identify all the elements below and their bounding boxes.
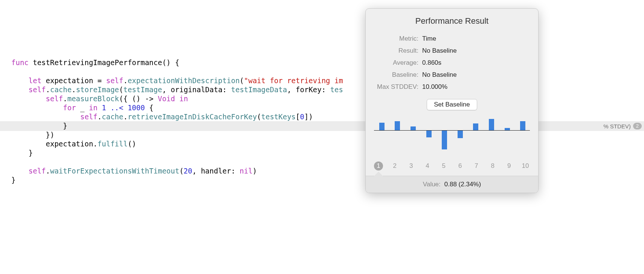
chart-bar [411, 126, 416, 130]
footer-value: 0.88 (2.34%) [444, 181, 481, 188]
metric-value: Time [422, 35, 538, 43]
chart-bar [489, 119, 494, 130]
popover-arrow [538, 123, 539, 132]
result-value: No Baseline [422, 47, 538, 55]
annotation-badge[interactable]: 2 [633, 123, 642, 129]
footer-label: Value: [423, 181, 441, 188]
sample-number[interactable]: 10 [521, 161, 530, 170]
result-label: Result: [366, 47, 422, 55]
sample-number[interactable]: 6 [456, 161, 465, 170]
selection-arrow-icon [374, 172, 383, 176]
chart-bar [395, 121, 400, 130]
code-block: func testRetrievingImagePerformance() { … [11, 58, 644, 184]
samples-row: 12345678910 [366, 158, 538, 176]
annotation-text: % STDEV) [603, 123, 631, 129]
chart-zone [366, 118, 538, 158]
chart-bar [442, 131, 447, 149]
sample-number[interactable]: 2 [390, 161, 399, 170]
sample-number[interactable]: 9 [505, 161, 514, 170]
source-editor[interactable]: func testRetrievingImagePerformance() { … [0, 0, 644, 274]
popover-footer: Value: 0.88 (2.34%) [366, 176, 538, 193]
average-label: Average: [366, 59, 422, 67]
set-baseline-button[interactable]: Set Baseline [427, 99, 477, 110]
sample-number[interactable]: 5 [439, 161, 448, 170]
performance-chart [374, 118, 530, 155]
row-metric: Metric: Time [366, 33, 538, 45]
chart-axis [374, 130, 530, 131]
sample-number[interactable]: 4 [423, 161, 432, 170]
baseline-label: Baseline: [366, 71, 422, 79]
row-result: Result: No Baseline [366, 45, 538, 57]
stddev-value: 10.000% [422, 83, 538, 91]
set-baseline-row: Set Baseline [366, 93, 538, 118]
sample-number[interactable]: 3 [407, 161, 416, 170]
chart-bar [520, 121, 525, 130]
chart-bar [379, 123, 385, 130]
row-baseline: Baseline: No Baseline [366, 69, 538, 81]
chart-bar [473, 123, 478, 130]
row-stddev: Max STDDEV: 10.000% [366, 81, 538, 93]
chart-bar [426, 131, 432, 137]
stddev-label: Max STDDEV: [366, 83, 422, 91]
sample-number[interactable]: 8 [488, 161, 497, 170]
metric-label: Metric: [366, 35, 422, 43]
performance-popover: Performance Result Metric: Time Result: … [365, 8, 539, 193]
row-average: Average: 0.860s [366, 57, 538, 69]
average-value: 0.860s [422, 59, 538, 67]
baseline-value: No Baseline [422, 71, 538, 79]
chart-bar [505, 128, 510, 130]
chart-bar [458, 131, 463, 138]
sample-number[interactable]: 7 [472, 161, 481, 170]
inline-annotation: % STDEV) 2 [603, 121, 644, 131]
sample-number[interactable]: 1 [374, 161, 383, 170]
popover-title: Performance Result [366, 9, 538, 33]
